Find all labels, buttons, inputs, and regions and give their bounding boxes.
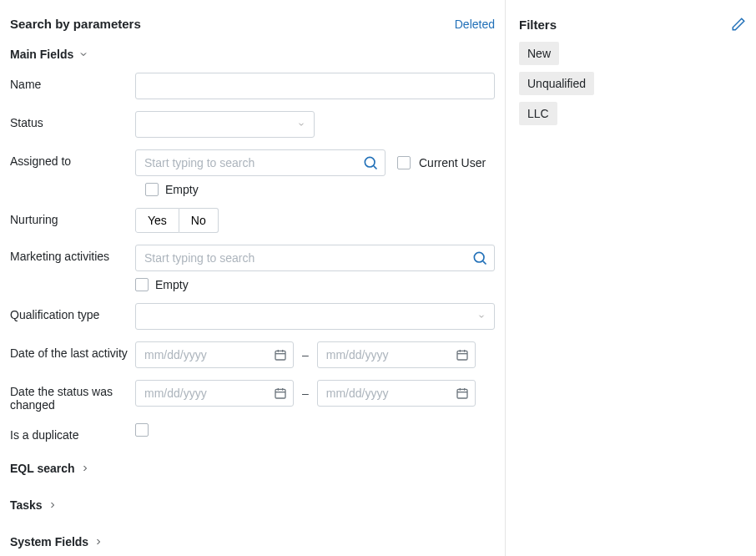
date-last-activity-from[interactable] <box>135 341 294 368</box>
chevron-right-icon <box>93 537 103 547</box>
assigned-empty-checkbox[interactable] <box>145 183 159 196</box>
nurturing-toggle: Yes No <box>135 208 495 233</box>
status-select[interactable] <box>135 111 315 138</box>
filters-panel: Filters New Unqualified LLC <box>506 0 756 556</box>
section-system-fields-label: System Fields <box>10 535 88 548</box>
assigned-empty-label: Empty <box>165 183 199 196</box>
section-system-fields[interactable]: System Fields <box>10 535 495 548</box>
assigned-to-input[interactable] <box>135 149 386 176</box>
section-tasks-label: Tasks <box>10 498 43 512</box>
chevron-down-icon <box>78 49 88 59</box>
name-label: Name <box>10 73 135 91</box>
svg-line-3 <box>483 261 486 265</box>
status-label: Status <box>10 111 135 129</box>
filters-title: Filters <box>519 18 557 32</box>
range-separator: – <box>302 387 309 400</box>
svg-line-1 <box>374 166 377 169</box>
chevron-right-icon <box>80 463 90 473</box>
date-status-changed-to[interactable] <box>317 380 476 407</box>
nurturing-yes-button[interactable]: Yes <box>135 208 179 233</box>
current-user-checkbox[interactable] <box>397 156 411 169</box>
marketing-empty-checkbox[interactable] <box>135 278 149 291</box>
deleted-link[interactable]: Deleted <box>455 18 495 31</box>
pencil-icon[interactable] <box>731 17 746 32</box>
section-eql-search[interactable]: EQL search <box>10 462 495 475</box>
section-main-fields-label: Main Fields <box>10 48 73 61</box>
search-icon[interactable] <box>468 246 491 270</box>
search-panel: Search by parameters Deleted Main Fields… <box>0 0 506 556</box>
qualification-type-label: Qualification type <box>10 303 135 321</box>
range-separator: – <box>302 348 309 361</box>
is-duplicate-checkbox[interactable] <box>135 423 149 437</box>
page-title: Search by parameters <box>10 17 141 31</box>
filter-chip[interactable]: Unqualified <box>519 72 594 95</box>
nurturing-no-button[interactable]: No <box>179 208 219 233</box>
date-status-changed-from[interactable] <box>135 380 294 407</box>
date-last-activity-to[interactable] <box>317 341 476 368</box>
date-last-activity-label: Date of the last activity <box>10 341 135 360</box>
svg-point-0 <box>365 157 375 167</box>
name-input[interactable] <box>135 73 495 99</box>
svg-point-2 <box>474 252 484 262</box>
nurturing-label: Nurturing <box>10 208 135 226</box>
filter-chip[interactable]: New <box>519 42 559 65</box>
marketing-activities-input[interactable] <box>135 245 495 271</box>
marketing-activities-label: Marketing activities <box>10 245 135 263</box>
section-eql-search-label: EQL search <box>10 462 75 475</box>
current-user-label: Current User <box>419 156 486 169</box>
assigned-to-label: Assigned to <box>10 149 135 168</box>
section-main-fields[interactable]: Main Fields <box>10 48 495 61</box>
date-status-changed-label: Date the status was changed <box>10 380 135 412</box>
qualification-type-select[interactable] <box>135 303 495 330</box>
marketing-empty-label: Empty <box>155 278 189 291</box>
search-icon[interactable] <box>359 151 382 174</box>
is-duplicate-label: Is a duplicate <box>10 423 135 442</box>
chevron-down-icon <box>477 312 486 321</box>
section-tasks[interactable]: Tasks <box>10 498 495 512</box>
filter-chip[interactable]: LLC <box>519 102 557 125</box>
chevron-down-icon <box>297 120 305 129</box>
chevron-right-icon <box>48 500 58 510</box>
